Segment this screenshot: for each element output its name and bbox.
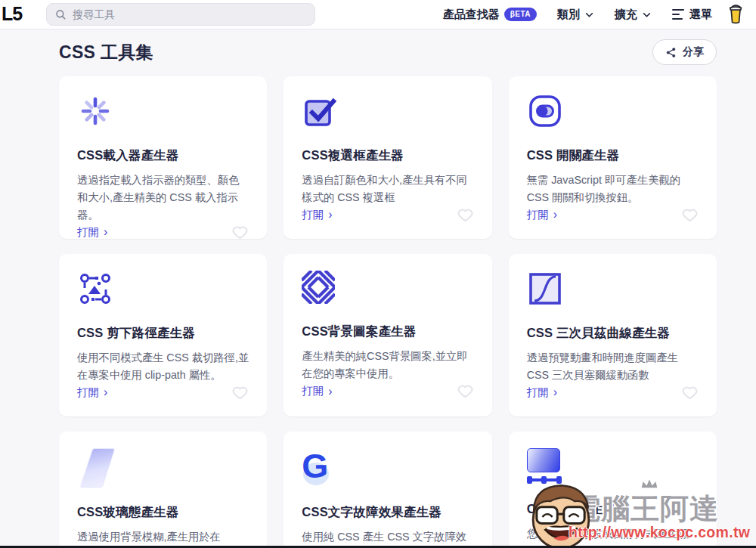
open-link[interactable]: 打開› [302, 208, 332, 222]
tool-card-pattern[interactable]: CSS背景圖案產生器 產生精美的純CSS背景圖案,並立即在您的專案中使用。 打開… [284, 254, 491, 416]
glitch-g-icon: G [302, 448, 473, 486]
search-input[interactable] [46, 3, 315, 26]
toggle-icon [527, 93, 699, 129]
card-title: CSS背景圖案產生器 [302, 324, 473, 340]
tools-grid: CSS載入器產生器 透過指定載入指示器的類型、顏色和大小,產生精美的 CSS 載… [59, 76, 717, 548]
card-description: 透過自訂顏色和大小,產生具有不同樣式的 CSS 複選框 [302, 172, 473, 206]
card-description: 透過指定載入指示器的類型、顏色和大小,產生精美的 CSS 載入指示器。 [77, 172, 249, 224]
tool-card-glitch[interactable]: G CSS文字故障效果產生器 使用純 CSS 產生 CSS 文字故障效果並創建酷… [284, 432, 491, 548]
card-description: 透過預覽動畫和時間進度圖產生 CSS 三次貝塞爾緩動函數 [527, 349, 699, 384]
heart-icon[interactable] [457, 206, 474, 224]
tool-card-clip-path[interactable]: CSS 剪下路徑產生器 使用不同模式產生 CSS 裁切路徑,並在專案中使用 cl… [59, 254, 267, 416]
chevron-down-icon [642, 10, 652, 20]
search-bar [46, 3, 315, 26]
card-description: 產生精美的純CSS背景圖案,並立即在您的專案中使用。 [302, 348, 473, 382]
open-link[interactable]: 打開› [527, 385, 557, 400]
heart-icon[interactable] [681, 206, 699, 224]
open-link[interactable]: 打開› [77, 225, 107, 240]
open-link[interactable]: 打開› [77, 385, 107, 400]
pattern-icon [302, 271, 473, 305]
top-header: L5 產品查找器 βETA 類別 擴充 選單 [0, 0, 756, 29]
open-link[interactable]: 打開› [302, 384, 332, 398]
main-content: CSS 工具集 分享 CSS載入器產生器 透過指定載入 [0, 29, 756, 548]
nav-product-finder[interactable]: 產品查找器 βETA [443, 8, 537, 22]
tool-card-loader[interactable]: CSS載入器產生器 透過指定載入指示器的類型、顏色和大小,產生精美的 CSS 載… [59, 76, 267, 239]
card-title: CSS複選框產生器 [302, 147, 473, 164]
card-description: 無需 JavaScript 即可產生美觀的 CSS 開關和切換按鈕。 [527, 172, 699, 206]
tool-card-checkbox[interactable]: CSS複選框產生器 透過自訂顏色和大小,產生具有不同樣式的 CSS 複選框 打開… [284, 76, 491, 239]
glass-icon [77, 448, 249, 486]
card-title: CSS 剪下路徑產生器 [77, 325, 249, 342]
chevron-down-icon [584, 10, 594, 20]
card-title: CSS載入器產生器 [77, 147, 249, 164]
search-icon [54, 8, 67, 20]
spinner-icon [77, 93, 249, 129]
tool-card-bezier[interactable]: CSS 三次貝茲曲線產生器 透過預覽動畫和時間進度圖產生 CSS 三次貝塞爾緩動… [509, 254, 717, 416]
heart-icon[interactable] [231, 224, 249, 241]
card-title: CSS 開關產生器 [527, 147, 699, 164]
nav-menu[interactable]: 選單 [672, 8, 712, 22]
card-description: 您可以使用預設或自訂方式產生漂亮的 CSS 漸層 [527, 525, 699, 548]
share-icon [665, 47, 677, 58]
bezier-icon [527, 271, 699, 307]
open-link[interactable]: 打開› [527, 208, 557, 222]
card-title: CSS文字故障效果產生器 [302, 504, 473, 521]
card-title: CSS漸層產生器 [527, 501, 699, 518]
beta-badge: βETA [504, 8, 537, 21]
clip-path-icon [77, 271, 249, 307]
share-button[interactable]: 分享 [652, 39, 717, 65]
checkbox-icon [302, 93, 473, 129]
gradient-icon [527, 448, 699, 483]
card-description: 使用不同模式產生 CSS 裁切路徑,並在專案中使用 clip-path 屬性。 [77, 349, 249, 384]
tool-card-gradient[interactable]: CSS漸層產生器 您可以使用預設或自訂方式產生漂亮的 CSS 漸層 打開› [509, 432, 717, 548]
coffee-cup-icon[interactable] [726, 3, 745, 26]
page-title: CSS 工具集 [59, 41, 153, 64]
tool-card-glass[interactable]: CSS玻璃態產生器 透過使用背景模糊,產生用於在 HTML 元素上應用磨砂玻璃效… [59, 432, 267, 548]
heart-icon[interactable] [231, 384, 249, 401]
menu-icon [672, 9, 685, 20]
nav-categories[interactable]: 類別 [557, 8, 594, 22]
site-logo[interactable]: L5 [2, 3, 22, 25]
nav-extensions[interactable]: 擴充 [615, 8, 652, 22]
card-title: CSS 三次貝茲曲線產生器 [527, 325, 699, 342]
heart-icon[interactable] [681, 384, 699, 401]
heart-icon[interactable] [457, 382, 474, 400]
card-title: CSS玻璃態產生器 [77, 504, 249, 521]
header-nav: 產品查找器 βETA 類別 擴充 選單 [443, 8, 712, 22]
tool-card-switch[interactable]: CSS 開關產生器 無需 JavaScript 即可產生美觀的 CSS 開關和切… [509, 76, 717, 239]
